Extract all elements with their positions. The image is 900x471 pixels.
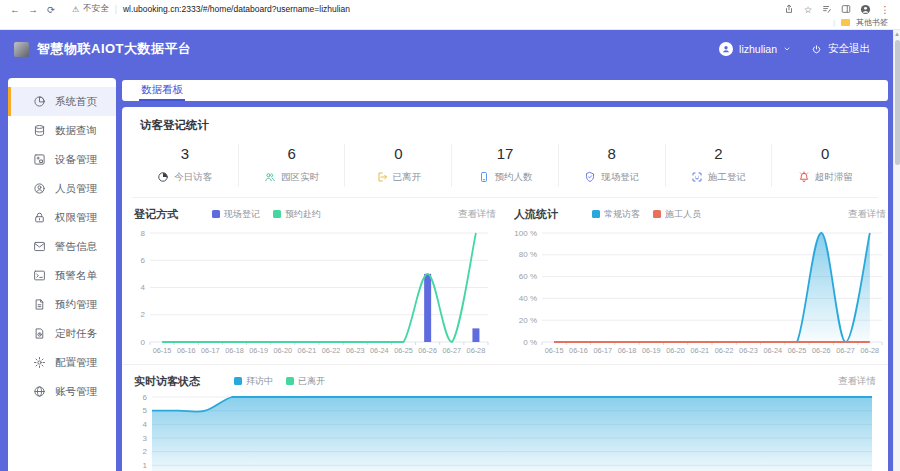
svg-text:06-24: 06-24: [763, 346, 782, 355]
user-icon: [33, 182, 46, 195]
chart-canvas-flow: 0 %20 %40 %60 %80 %100 %06-1506-1606-170…: [512, 224, 888, 358]
face-scan-icon: [691, 171, 703, 183]
stat-value: 0: [772, 144, 878, 164]
chevron-down-icon[interactable]: [783, 45, 791, 53]
svg-text:06-24: 06-24: [370, 346, 389, 355]
sidebar-item-label: 警告信息: [55, 240, 97, 254]
stat-value: 3: [132, 144, 238, 164]
chart-title: 登记方式: [134, 207, 178, 222]
chart-flow: 人流统计常规访客施工人员查看详情0 %20 %40 %60 %80 %100 %…: [512, 202, 888, 358]
sidebar-item-permission[interactable]: 权限管理: [8, 203, 116, 232]
svg-text:06-16: 06-16: [177, 346, 196, 355]
app-title: 智慧物联AIOT大数据平台: [37, 40, 192, 58]
legend-item[interactable]: 已离开: [286, 375, 325, 388]
svg-text:06-17: 06-17: [593, 346, 612, 355]
legend-item[interactable]: 常规访客: [592, 208, 640, 221]
stat-label-row: 今日访客: [157, 171, 212, 184]
alarm-icon: [798, 171, 810, 183]
scrollbar-up-icon[interactable]: ▲: [894, 30, 900, 39]
legend-swatch-icon: [273, 210, 281, 218]
svg-text:06-26: 06-26: [812, 346, 831, 355]
sidebar-item-config[interactable]: 配置管理: [8, 348, 116, 377]
sidebar-item-reservation[interactable]: 预约管理: [8, 290, 116, 319]
chart-title: 实时访客状态: [134, 374, 200, 389]
sidebar-item-account[interactable]: 账号管理: [8, 377, 116, 406]
sidebar-item-tasks[interactable]: 定时任务: [8, 319, 116, 348]
username[interactable]: lizhulian: [739, 43, 777, 55]
view-details-link[interactable]: 查看详情: [838, 375, 876, 388]
svg-text:06-15: 06-15: [545, 346, 564, 355]
stat-label: 园区实时: [281, 171, 319, 184]
user-area: lizhulian 安全退出: [719, 42, 870, 56]
document-icon: [33, 298, 46, 311]
legend-label: 施工人员: [665, 208, 701, 221]
legend-label: 预约赴约: [285, 208, 321, 221]
svg-text:06-18: 06-18: [618, 346, 637, 355]
forward-icon[interactable]: →: [28, 4, 38, 15]
side-panel-icon[interactable]: [841, 4, 851, 14]
reload-icon[interactable]: ⟳: [46, 4, 56, 15]
legend-item[interactable]: 预约赴约: [273, 208, 321, 221]
stat-value: 6: [239, 144, 345, 164]
chart-header: 人流统计常规访客施工人员查看详情: [512, 202, 888, 224]
svg-text:06-22: 06-22: [715, 346, 734, 355]
sidebar-item-label: 预警名单: [55, 269, 97, 283]
sidebar-item-label: 人员管理: [55, 182, 97, 196]
legend-item[interactable]: 现场登记: [212, 208, 260, 221]
security-warning-label: 不安全: [83, 3, 109, 15]
sidebar-item-data-query[interactable]: 数据查询: [8, 116, 116, 145]
url-text: wl.ubooking.cn:2333/#/home/databoard?use…: [123, 4, 350, 14]
sidebar-item-label: 定时任务: [55, 327, 97, 341]
profile-avatar-icon[interactable]: [860, 4, 871, 15]
legend-label: 常规访客: [604, 208, 640, 221]
svg-text:06-19: 06-19: [642, 346, 661, 355]
stats-row: 3今日访客6园区实时0已离开17预约人数8现场登记2施工登记0超时滞留: [132, 138, 878, 198]
sidebar-item-personnel[interactable]: 人员管理: [8, 174, 116, 203]
chart-realtime: 实时访客状态拜访中已离开查看详情0123456: [122, 365, 888, 471]
legend-item[interactable]: 施工人员: [653, 208, 701, 221]
svg-text:4: 4: [141, 283, 146, 292]
share-icon[interactable]: [784, 4, 794, 14]
svg-text:6: 6: [143, 393, 148, 402]
stat-label: 施工登记: [708, 171, 746, 184]
scrollbar-thumb[interactable]: [895, 40, 900, 165]
user-avatar[interactable]: [719, 42, 733, 56]
other-bookmarks-label[interactable]: 其他书签: [856, 17, 888, 28]
mail-icon: [33, 240, 46, 253]
svg-text:06-21: 06-21: [691, 346, 710, 355]
scrollbar[interactable]: ▲: [893, 30, 900, 471]
logout-label[interactable]: 安全退出: [828, 42, 870, 56]
page-background: 智慧物联AIOT大数据平台 lizhulian 安全退出 系统首页数据查询设备管…: [0, 30, 900, 471]
sidebar-item-alerts[interactable]: 警告信息: [8, 232, 116, 261]
schedule-icon: [33, 327, 46, 340]
globe-icon: [33, 385, 46, 398]
back-icon[interactable]: ←: [10, 4, 20, 15]
view-details-link[interactable]: 查看详情: [848, 208, 886, 221]
reading-list-icon[interactable]: [822, 4, 832, 14]
browser-menu-icon[interactable]: ⋮: [880, 4, 890, 15]
tab-databoard[interactable]: 数据看板: [139, 80, 185, 101]
svg-text:06-25: 06-25: [788, 346, 807, 355]
svg-text:4: 4: [143, 420, 148, 429]
view-details-link[interactable]: 查看详情: [458, 208, 496, 221]
sidebar-item-device[interactable]: 设备管理: [8, 145, 116, 174]
legend-item[interactable]: 拜访中: [234, 375, 273, 388]
svg-text:06-28: 06-28: [467, 346, 486, 355]
app-header: 智慧物联AIOT大数据平台 lizhulian 安全退出: [0, 30, 900, 68]
bookmark-star-icon[interactable]: ☆: [803, 4, 813, 15]
sidebar-item-home[interactable]: 系统首页: [8, 87, 116, 116]
svg-text:06-16: 06-16: [569, 346, 588, 355]
svg-text:06-21: 06-21: [298, 346, 317, 355]
stat-label: 今日访客: [174, 171, 212, 184]
svg-text:06-27: 06-27: [442, 346, 461, 355]
svg-text:1: 1: [143, 461, 148, 470]
sidebar-item-watchlist[interactable]: 预警名单: [8, 261, 116, 290]
url-bar[interactable]: ⚠ 不安全 | wl.ubooking.cn:2333/#/home/datab…: [64, 3, 776, 15]
logout-power-icon[interactable]: [811, 44, 822, 55]
chart-header: 实时访客状态拜访中已离开查看详情: [132, 369, 878, 391]
svg-text:8: 8: [141, 229, 146, 238]
svg-text:06-23: 06-23: [739, 346, 758, 355]
stat-label: 预约人数: [495, 171, 533, 184]
svg-text:06-22: 06-22: [322, 346, 341, 355]
legend-swatch-icon: [212, 210, 220, 218]
